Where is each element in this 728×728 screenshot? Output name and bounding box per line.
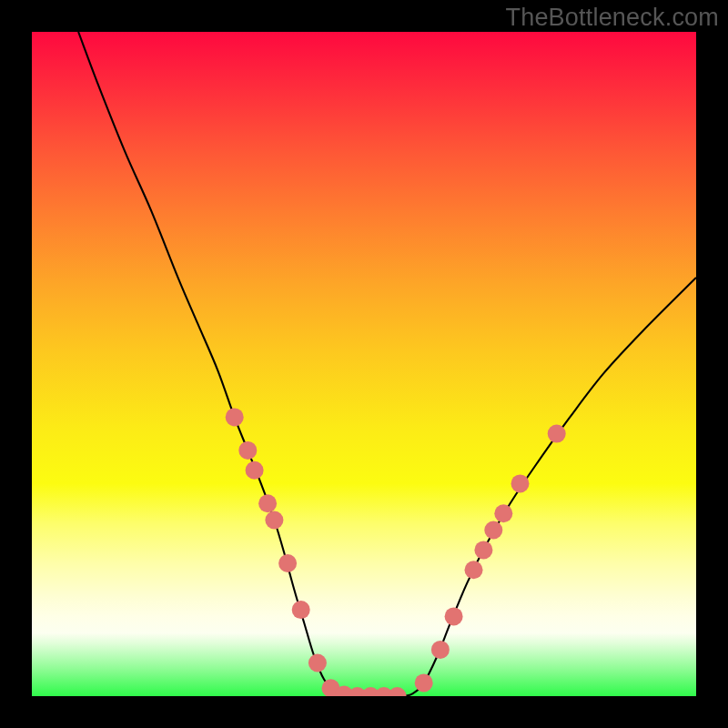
- plot-area: [32, 32, 696, 696]
- data-marker: [548, 425, 566, 443]
- data-markers: [226, 408, 566, 696]
- data-marker: [484, 521, 502, 540]
- data-marker: [278, 554, 297, 572]
- data-marker: [494, 504, 512, 522]
- data-marker: [415, 673, 433, 692]
- data-marker: [308, 654, 327, 672]
- data-marker: [474, 541, 492, 559]
- data-marker: [431, 641, 450, 659]
- data-marker: [292, 601, 310, 619]
- data-marker: [445, 607, 463, 625]
- data-marker: [511, 474, 530, 492]
- data-marker: [389, 687, 407, 696]
- chart-container: TheBottleneck.com: [0, 0, 728, 728]
- bottleneck-curve: [78, 32, 696, 696]
- data-marker: [258, 494, 277, 512]
- data-marker: [238, 441, 257, 460]
- data-marker: [226, 408, 244, 426]
- data-marker: [265, 511, 283, 530]
- chart-svg: [32, 32, 696, 696]
- data-marker: [246, 461, 264, 480]
- data-marker: [465, 561, 483, 579]
- watermark-text: TheBottleneck.com: [505, 4, 719, 32]
